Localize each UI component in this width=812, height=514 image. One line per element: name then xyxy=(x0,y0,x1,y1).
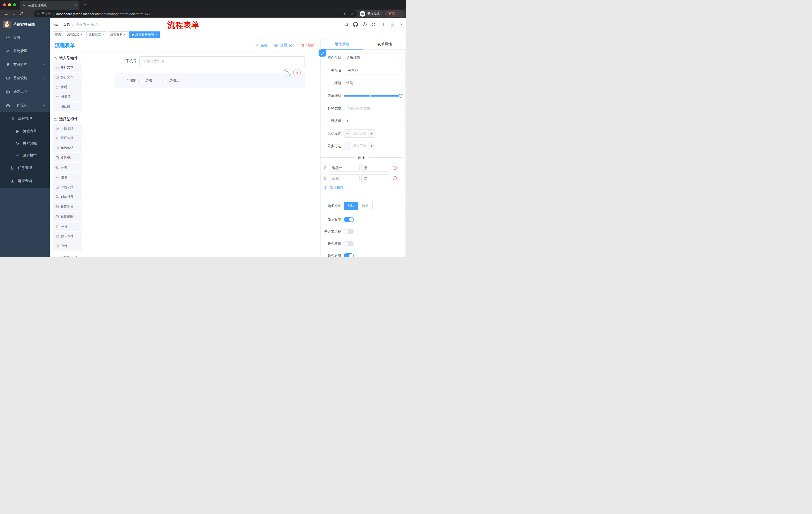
palette-item-password[interactable]: 密码 xyxy=(53,82,82,91)
sidebar-item-payment[interactable]: ¥ 支付管理 xyxy=(0,58,50,72)
palette-item-color-picker[interactable]: 颜色选择 xyxy=(53,232,82,241)
tag-process-form-edit[interactable]: 流程表单-编辑 xyxy=(129,31,160,38)
minimize-window-button[interactable] xyxy=(8,3,11,6)
reload-button[interactable] xyxy=(18,12,25,16)
close-icon[interactable] xyxy=(102,33,104,36)
sidebar-item-home[interactable]: 首页 xyxy=(0,31,50,44)
caret-down-icon[interactable]: ▾ xyxy=(401,23,402,26)
new-tab-button[interactable]: + xyxy=(83,1,87,8)
canvas-field-gender-selected[interactable]: 性别 选项一 选项二 xyxy=(115,73,305,88)
palette-item-slider[interactable]: 滑块 xyxy=(53,173,82,182)
password-key-icon[interactable] xyxy=(343,12,347,16)
decrease-button[interactable] xyxy=(344,130,351,137)
palette-item-time-range[interactable]: 时间范围 xyxy=(53,192,82,201)
option-1-label-input[interactable] xyxy=(329,164,359,172)
label-width-input[interactable] xyxy=(344,104,402,112)
border-toggle[interactable] xyxy=(344,229,354,234)
palette-item-date-picker[interactable]: 日期选择 xyxy=(53,202,82,211)
palette-item-switch[interactable]: 开关 xyxy=(53,163,82,172)
sidebar-item-workflow[interactable]: 工作流程 xyxy=(0,99,50,112)
copy-component-button[interactable] xyxy=(284,69,291,77)
sidebar-item-infra[interactable]: 基础设施 xyxy=(0,72,50,85)
palette-item-time-picker[interactable]: 时间选择 xyxy=(53,183,82,192)
option-2-label-input[interactable] xyxy=(329,174,359,182)
breadcrumb-home[interactable]: 首页 xyxy=(63,22,70,27)
bookmark-star-icon[interactable]: ☆ xyxy=(350,11,354,16)
delete-component-button[interactable] xyxy=(293,69,301,77)
style-default-button[interactable]: 默认 xyxy=(344,202,358,210)
window-controls[interactable] xyxy=(3,3,16,6)
tag-process-model[interactable]: 流程模型 xyxy=(86,31,107,38)
gender-option-2[interactable]: 选项二 xyxy=(163,78,180,83)
checkbox-icon[interactable] xyxy=(163,79,167,82)
close-icon[interactable] xyxy=(81,33,83,36)
title-input[interactable] xyxy=(344,79,402,87)
slider-handle[interactable] xyxy=(399,94,403,98)
palette-item-multi-text[interactable]: 多行文本 xyxy=(53,73,82,82)
palette-item-counter[interactable]: 计数器 xyxy=(53,92,82,101)
font-size-icon[interactable]: TT xyxy=(380,22,384,27)
sidebar-item-process-model[interactable]: 流程模型 xyxy=(0,150,50,161)
style-button-button[interactable]: 按钮 xyxy=(358,202,373,210)
browser-tab[interactable]: 芋道管理系统 × xyxy=(20,1,79,9)
drag-handle-icon[interactable] xyxy=(323,176,327,180)
grid-slider[interactable] xyxy=(344,95,401,97)
sidebar-item-process-form[interactable]: 流程表单 xyxy=(0,125,50,137)
palette-item-single-text[interactable]: 单行文本 xyxy=(53,63,82,72)
option-1-value-input[interactable] xyxy=(361,164,389,172)
tab-form-props[interactable]: 表单属性 xyxy=(363,39,406,50)
browser-menu-icon[interactable] xyxy=(397,12,401,16)
phone-input[interactable] xyxy=(140,56,305,66)
required-toggle[interactable] xyxy=(344,253,354,257)
avatar[interactable] xyxy=(389,21,396,28)
palette-item-rate[interactable]: 评分 xyxy=(53,222,82,231)
min-select-placeholder[interactable]: 至少应选 xyxy=(351,130,368,137)
tab-component-props[interactable]: 组件属性 xyxy=(321,39,363,50)
sidebar-item-devtools[interactable]: 研发工具 xyxy=(0,85,50,99)
palette-item-checkbox-group[interactable]: 多选框组 xyxy=(53,153,82,162)
increase-button[interactable] xyxy=(368,142,375,150)
sidebar-item-leave-query[interactable]: 请假查询 xyxy=(0,174,50,188)
forward-button[interactable] xyxy=(10,11,18,16)
palette-item-editor[interactable]: 编辑器 xyxy=(53,102,82,111)
checkbox-icon[interactable] xyxy=(140,79,143,82)
option-2-value-input[interactable] xyxy=(361,174,389,182)
search-icon[interactable] xyxy=(344,22,349,27)
field-name-input[interactable] xyxy=(344,66,402,75)
home-button[interactable] xyxy=(25,12,33,16)
zoom-window-button[interactable] xyxy=(13,3,16,6)
remove-option-button[interactable] xyxy=(393,176,397,181)
disabled-toggle[interactable] xyxy=(344,241,354,246)
github-icon[interactable] xyxy=(353,22,358,27)
tag-process-definition[interactable]: 流程定义 xyxy=(65,31,85,38)
close-icon[interactable] xyxy=(124,33,126,36)
sidebar-item-system[interactable]: 系统管理 xyxy=(0,44,50,58)
palette-item-date-range[interactable]: 日期范围 xyxy=(53,212,82,221)
max-select-placeholder[interactable]: 最多可选 xyxy=(351,142,368,150)
increase-button[interactable] xyxy=(368,130,375,137)
drag-handle-icon[interactable] xyxy=(323,166,327,170)
tag-home[interactable]: 首页 xyxy=(53,31,63,38)
sidebar-collapse-icon[interactable] xyxy=(54,22,59,27)
palette-item-cascader[interactable]: 级联选择 xyxy=(53,134,82,142)
help-icon[interactable] xyxy=(362,22,367,27)
save-button[interactable]: 保存 xyxy=(254,43,267,48)
remove-option-button[interactable] xyxy=(393,165,397,170)
palette-item-upload[interactable]: 上传 xyxy=(53,241,82,250)
link-tab[interactable] xyxy=(319,50,326,57)
palette-item-radio-group[interactable]: 单选框组 xyxy=(53,143,82,153)
fullscreen-icon[interactable] xyxy=(371,22,376,27)
address-bar[interactable]: 不安全 dashboard.yudao.iocoder.cn/bpm/manag… xyxy=(34,10,357,17)
sidebar-item-process-mgmt[interactable]: 流程管理 xyxy=(0,112,50,125)
sidebar-item-task-mgmt[interactable]: 任务管理 xyxy=(0,161,50,174)
view-json-button[interactable]: 查看json xyxy=(274,43,294,48)
clear-button[interactable]: 清空 xyxy=(301,43,314,48)
gender-option-1[interactable]: 选项一 xyxy=(140,78,156,83)
component-type-select[interactable] xyxy=(344,54,402,62)
show-label-toggle[interactable] xyxy=(344,217,354,222)
canvas-field-phone[interactable]: 手机号 xyxy=(115,56,305,66)
chrome-update-button[interactable]: 更新 xyxy=(385,10,404,17)
back-button[interactable] xyxy=(2,11,10,16)
close-icon[interactable] xyxy=(156,33,158,36)
palette-item-select[interactable]: 下拉选择 xyxy=(53,124,82,133)
